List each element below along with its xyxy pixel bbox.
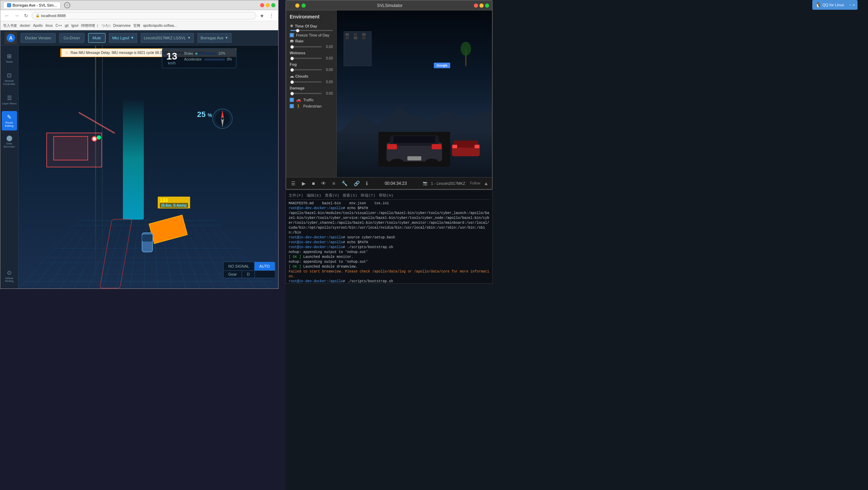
svl-expand-icon[interactable]: ▲ (484, 181, 488, 186)
bm-apollo-git[interactable]: apollo/apollo-softwa... (143, 24, 177, 27)
refresh-btn[interactable]: ↻ (23, 12, 30, 19)
svl-list-btn[interactable]: ≡ (331, 180, 336, 187)
qq-window[interactable]: 🐧 QQ for Linux − × (812, 0, 858, 10)
window (362, 37, 366, 39)
wetness-value: 0.00 (323, 56, 333, 60)
clouds-slider[interactable] (290, 81, 322, 82)
term-edit[interactable]: 编辑(E) (307, 193, 321, 198)
term-terminal[interactable]: 终端(T) (361, 193, 375, 198)
rain-slider[interactable] (290, 46, 322, 47)
new-tab-btn[interactable]: + (64, 2, 70, 8)
browser-window: Borregas Ave - SVL Sim... + ← → ↻ 🔒 loca… (0, 0, 279, 289)
percent-value: 25 (197, 110, 205, 119)
lock-icon: 🔒 (36, 14, 40, 17)
damage-thumb[interactable] (290, 92, 294, 95)
svl-play-btn[interactable]: ▶ (300, 180, 307, 187)
pred-path-1 (78, 112, 115, 134)
freeze-time-checkbox[interactable] (290, 33, 294, 37)
qq-minimize[interactable]: − (849, 3, 851, 7)
svl-tool-btn[interactable]: 🔧 (340, 180, 349, 187)
term-search[interactable]: 搜索(S) (343, 193, 357, 198)
fog-slider[interactable] (290, 69, 322, 70)
wetness-slider[interactable] (290, 58, 322, 59)
bm-git[interactable]: git (65, 24, 69, 27)
brake-value: 10% (218, 52, 225, 55)
layer-label: Layer Menu (2, 102, 16, 105)
bm-tool[interactable]: つろ□ (101, 23, 110, 28)
sidebar-item-layer-menu[interactable]: ☰ Layer Menu (2, 90, 17, 110)
sidebar-item-route-editing[interactable]: ✎ Route Editing (2, 111, 17, 131)
browser-tab-dreamview[interactable]: Borregas Ave - SVL Sim... (3, 2, 61, 8)
bm-import[interactable]: 导入书签 (3, 23, 17, 28)
bm-site[interactable]: 官网 (133, 23, 140, 28)
svl-min2[interactable] (479, 3, 484, 8)
svl-link-btn[interactable]: 🔗 (352, 180, 361, 187)
svl-min-btn[interactable] (295, 3, 299, 8)
browser-min[interactable] (266, 3, 270, 7)
sidebar-item-module-controller[interactable]: ⊡ Module Controller (2, 69, 17, 89)
rain-section: 🌧 Rain (290, 39, 333, 44)
gear-label: Gear (224, 271, 242, 278)
hud-percent: 25 % (197, 110, 212, 119)
bm-linux[interactable]: linux (46, 24, 53, 27)
bm-apollo[interactable]: Apollo (33, 24, 43, 27)
back-btn[interactable]: ← (3, 12, 11, 19)
docker-version-btn[interactable]: Docker Version (21, 33, 56, 43)
bm-bilibili[interactable]: 哔哩哔哩（ (81, 23, 99, 28)
mute-btn[interactable]: Mute (88, 33, 105, 43)
wetness-thumb[interactable] (290, 57, 294, 60)
vehicle-selector[interactable]: Mkz Lgsvl ▼ (109, 33, 137, 43)
env-title: Environment (290, 14, 333, 19)
rain-thumb[interactable] (290, 45, 294, 49)
term-help[interactable]: 帮助(H) (379, 193, 393, 198)
svl-eye-btn[interactable]: 👁 (320, 180, 327, 187)
co-driver-btn[interactable]: Co-Driver (59, 33, 85, 43)
car-dot (92, 136, 97, 142)
browser-close[interactable] (260, 3, 264, 7)
sidebar-item-default-routing[interactable]: ⊙ Default Routing (2, 266, 17, 286)
svl-close-btn[interactable] (289, 3, 293, 8)
bm-dreamview[interactable]: Dreamview (113, 24, 131, 27)
term-view[interactable]: 查看(V) (325, 193, 339, 198)
bm-lgsvl[interactable]: lgsvl (71, 24, 78, 27)
bookmark-btn[interactable]: ★ (258, 12, 266, 19)
svl-max2[interactable] (485, 3, 489, 8)
forward-btn[interactable]: → (13, 12, 21, 19)
no-signal-cell: NO SIGNAL (224, 262, 255, 270)
svl-menu-btn[interactable]: ☰ (290, 180, 297, 187)
sidebar-item-tasks[interactable]: ⊞ Tasks (2, 48, 17, 68)
lincoln-selector[interactable]: Lincoln2017MKZ LGSVL ▼ (141, 33, 194, 43)
terminal[interactable]: 文件(F) 编辑(E) 查看(V) 搜索(S) 终端(T) 帮助(H) MANI… (286, 190, 493, 284)
bm-docker[interactable]: docker (20, 24, 30, 27)
svl-max-btn[interactable] (302, 3, 306, 8)
fog-thumb[interactable] (290, 68, 294, 72)
svl-close2[interactable] (474, 3, 478, 8)
svl-stop-btn[interactable]: ■ (311, 180, 316, 187)
scene-view: Google (337, 10, 492, 177)
hud-compass (212, 108, 233, 129)
browser-max[interactable] (271, 3, 275, 7)
cloud-icon: ☁ (290, 74, 294, 79)
pedestrian-label: Pedestrian (303, 104, 322, 108)
viz-canvas: 133 (5.6m, 0.4m/s) (18, 46, 278, 289)
term-file[interactable]: 文件(F) (289, 193, 303, 198)
svg-text:A: A (9, 35, 13, 41)
traffic-checkbox[interactable] (290, 98, 294, 102)
url-bar[interactable]: 🔒 localhost:8888 (32, 12, 256, 19)
clouds-thumb[interactable] (290, 80, 294, 84)
tasks-icon: ⊞ (7, 53, 11, 60)
bm-cpp[interactable]: C++ (55, 24, 62, 27)
building (344, 31, 372, 66)
sidebar-item-data-recorder[interactable]: ⬤ Data Recorder (2, 132, 17, 151)
menu-btn[interactable]: ⋮ (268, 12, 275, 19)
qq-close[interactable]: × (853, 3, 855, 7)
damage-slider[interactable] (290, 93, 322, 94)
browser-bookmarks: 导入书签 docker Apollo linux C++ git lgsvl 哔… (0, 21, 278, 30)
svl-info-btn[interactable]: ℹ (365, 180, 369, 187)
time-of-day-slider[interactable] (290, 30, 333, 31)
pedestrian-checkbox[interactable] (290, 104, 294, 108)
sun-icon: ☀ (290, 24, 294, 29)
time-of-day-thumb[interactable] (296, 29, 299, 32)
map-selector[interactable]: Borregas Ave ▼ (197, 33, 232, 43)
term-line-10: [ OK ] Launched module dreamview. (289, 264, 490, 269)
